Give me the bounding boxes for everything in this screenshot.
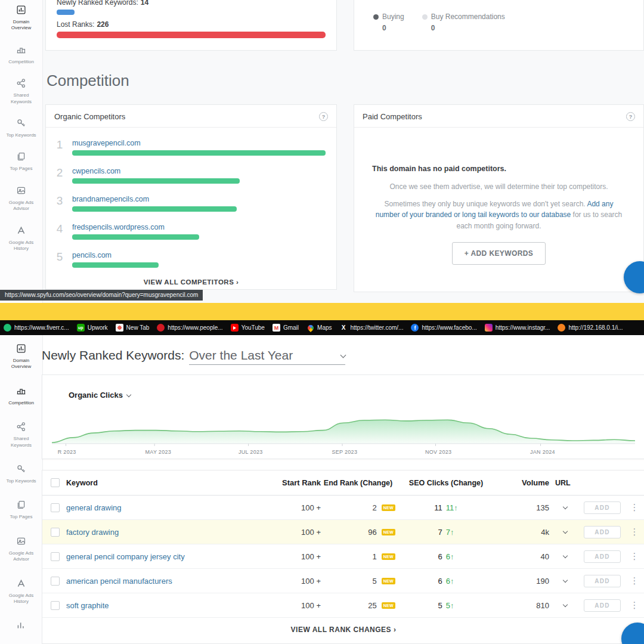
volume-expand-chevron[interactable] (549, 580, 581, 582)
row-checkbox[interactable] (51, 503, 60, 512)
keyword-link[interactable]: american pencil manufacturers (66, 577, 245, 586)
competitor-row: 3 brandnamepencils.com (53, 188, 326, 216)
volume-expand-chevron[interactable] (549, 531, 581, 533)
add-keyword-button[interactable]: ADD (584, 599, 621, 612)
sidebar-item-google-ads-history[interactable]: Google Ads History (0, 225, 42, 252)
bookmark-router[interactable]: http://192.168.0.1/i... (558, 324, 623, 332)
sidebar-item-google-ads-advisor[interactable]: Google Ads Advisor (0, 536, 42, 563)
lost-ranks-bar (57, 32, 326, 38)
sidebar-item-top-pages[interactable]: Top Pages (0, 500, 42, 520)
image-icon (16, 185, 26, 198)
row-menu-kebab[interactable]: ⋮ (623, 575, 644, 586)
view-all-competitors-link[interactable]: VIEW ALL COMPETITORS › (46, 273, 336, 286)
row-menu-kebab[interactable]: ⋮ (623, 551, 644, 562)
organic-competitors-panel: Organic Competitors ? 1 musgravepencil.c… (45, 104, 337, 290)
sidebar-item-top-keywords[interactable]: Top Keywords (0, 464, 42, 484)
screenshot-root: Domain Overview Competition Shared Keywo… (0, 0, 644, 644)
bookmark-new-tab[interactable]: New Tab (116, 324, 150, 332)
clicks-change: 5↑ (446, 601, 454, 610)
keyword-link[interactable]: soft graphite (66, 601, 245, 610)
paid-suggestion-text: Sometimes they only buy unique keywords … (372, 199, 626, 232)
help-icon[interactable]: ? (626, 112, 635, 121)
sidebar-item-top-pages[interactable]: Top Pages (0, 151, 42, 172)
legend-buy-recommendations: Buy Recommendations 0 (422, 13, 505, 50)
select-all-checkbox[interactable] (51, 478, 60, 487)
top-screenshot: Domain Overview Competition Shared Keywo… (0, 0, 644, 303)
newly-ranked-heading: Newly Ranked Keywords: Over the Last Yea… (42, 348, 345, 365)
add-keyword-button[interactable]: ADD (584, 575, 621, 587)
competitor-link[interactable]: fredspencils.wordpress.com (72, 223, 165, 231)
sidebar-item-competition[interactable]: Competition (0, 386, 42, 406)
keyword-link[interactable]: general pencil company jersey city (66, 552, 245, 561)
bookmark-twitter[interactable]: Xhttps://twitter.com/... (340, 324, 404, 332)
pages-icon (16, 151, 26, 164)
help-icon[interactable]: ? (319, 112, 328, 121)
row-checkbox[interactable] (51, 528, 60, 537)
bar-chart-icon (16, 5, 26, 17)
row-checkbox[interactable] (51, 577, 60, 586)
row-menu-kebab[interactable]: ⋮ (623, 527, 644, 537)
bookmark-people[interactable]: https://www.people... (157, 324, 222, 332)
table-header-row: Keyword Start Rank End Rank (Change) SEO… (42, 470, 644, 496)
bookmark-upwork[interactable]: upUpwork (77, 324, 108, 332)
bookmarks-bar: https://www.fiverr.c... upUpwork New Tab… (0, 320, 644, 335)
image-icon (16, 536, 26, 549)
row-menu-kebab[interactable]: ⋮ (623, 600, 644, 611)
timeframe-dropdown[interactable]: Over the Last Year (189, 348, 345, 365)
sidebar-item-google-ads-history[interactable]: Google Ads History (0, 578, 42, 605)
organic-clicks-dropdown[interactable]: Organic Clicks (69, 391, 131, 400)
row-checkbox[interactable] (51, 601, 60, 610)
router-icon (558, 324, 565, 332)
bar-chart-icon (16, 620, 26, 633)
sidebar-item-top-keywords[interactable]: Top Keywords (0, 118, 42, 138)
table-row: american pencil manufacturers 100 + 5NEW… (42, 569, 644, 593)
sidebar-item-google-ads-advisor[interactable]: Google Ads Advisor (0, 185, 42, 212)
competitor-link[interactable]: cwpencils.com (72, 167, 120, 175)
sidebar-item-shared-keywords[interactable]: Shared Keywords (0, 422, 42, 448)
row-menu-kebab[interactable]: ⋮ (623, 502, 644, 513)
volume-expand-chevron[interactable] (549, 555, 581, 558)
bookmark-fiverr[interactable]: https://www.fiverr.c... (4, 324, 69, 332)
chevron-down-icon (126, 392, 131, 397)
volume-expand-chevron[interactable] (549, 506, 581, 509)
add-keyword-button[interactable]: ADD (584, 550, 621, 563)
buy-recommendations-value: 0 (431, 24, 505, 32)
competitor-link[interactable]: brandnamepencils.com (72, 195, 149, 203)
bookmark-instagram[interactable]: https://www.instagr... (485, 324, 550, 332)
new-badge: NEW (382, 504, 395, 511)
organic-clicks-chart (52, 406, 635, 448)
buying-value: 0 (382, 24, 404, 32)
buy-recommendations-dot (422, 14, 428, 20)
keywords-table-panel: Keyword Start Rank End Rank (Change) SEO… (42, 470, 644, 644)
view-all-rank-changes-link[interactable]: VIEW ALL RANK CHANGES › (42, 626, 644, 634)
keyword-link[interactable]: general drawing (66, 503, 245, 512)
keyword-link[interactable]: factory drawing (66, 528, 245, 537)
row-checkbox[interactable] (51, 552, 60, 561)
x-logo-icon: X (340, 324, 348, 332)
gmail-icon: M (273, 324, 280, 332)
volume-expand-chevron[interactable] (549, 604, 581, 606)
organic-clicks-panel: Organic Clicks R 2023 (42, 374, 644, 459)
sidebar-item-partial[interactable] (0, 620, 42, 633)
share-nodes-icon (16, 78, 26, 91)
sidebar-item-competition[interactable]: Competition (0, 45, 42, 65)
add-keywords-button[interactable]: + ADD KEYWORDS (452, 242, 546, 265)
bookmark-facebook[interactable]: fhttps://www.facebo... (411, 324, 476, 332)
bookmark-gmail[interactable]: MGmail (273, 324, 299, 332)
competitor-link[interactable]: pencils.com (72, 251, 112, 259)
upwork-icon: up (77, 324, 85, 332)
add-keyword-button[interactable]: ADD (584, 501, 621, 514)
bookmark-maps[interactable]: Maps (306, 324, 332, 332)
sidebar-item-domain-overview[interactable]: Domain Overview (0, 343, 42, 370)
add-keyword-button[interactable]: ADD (584, 526, 621, 538)
competitor-row: 1 musgravepencil.com (53, 132, 326, 160)
bookmark-youtube[interactable]: YouTube (231, 324, 265, 332)
competitor-row: 5 pencils.com (53, 244, 326, 273)
table-row: factory drawing 100 + 96NEW 77↑ 4k ADD ⋮ (42, 520, 644, 544)
competitor-link[interactable]: musgravepencil.com (72, 139, 141, 147)
share-nodes-icon (16, 422, 26, 434)
competitor-bar (72, 150, 326, 156)
new-badge: NEW (382, 553, 395, 560)
sidebar-item-domain-overview[interactable]: Domain Overview (0, 5, 42, 32)
sidebar-item-shared-keywords[interactable]: Shared Keywords (0, 78, 42, 105)
